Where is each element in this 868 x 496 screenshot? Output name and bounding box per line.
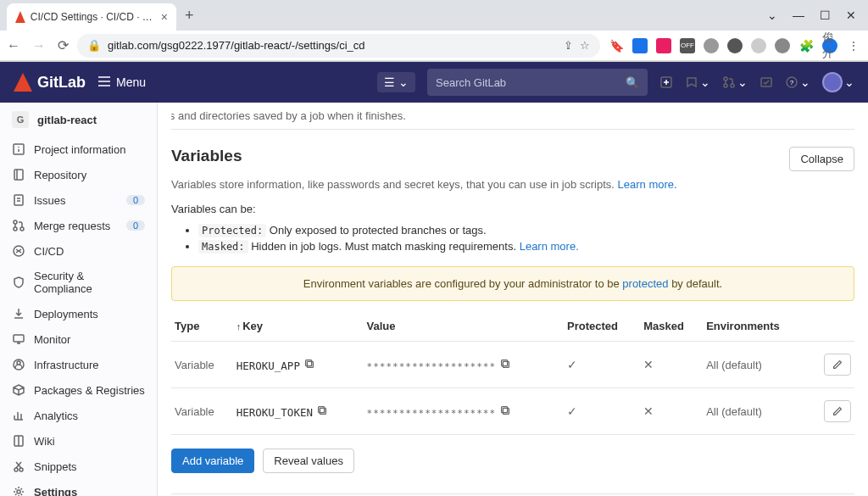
close-icon[interactable]: × <box>161 10 168 24</box>
table-row: VariableHEROKU_APP ******************** … <box>171 342 854 388</box>
svg-rect-14 <box>14 335 24 342</box>
cell-protected: ✓ <box>564 388 640 435</box>
svg-point-17 <box>14 468 18 471</box>
edit-button[interactable] <box>824 400 851 422</box>
todo-icon[interactable] <box>760 75 773 89</box>
svg-point-11 <box>14 227 17 231</box>
search-input[interactable] <box>436 76 626 89</box>
cell-masked: ✕ <box>640 342 703 388</box>
extension-icons: 🔖 OFF 🧩 俊介 ⋮ <box>609 38 861 53</box>
sidebar-item-infrastructure[interactable]: Infrastructure <box>0 352 157 377</box>
svg-rect-22 <box>503 361 509 367</box>
project-name: gitlab-react <box>37 114 97 126</box>
browser-tab[interactable]: CI/CD Settings · CI/CD · Settings × <box>7 3 176 31</box>
gitlab-logo-icon <box>14 73 32 92</box>
search-icon[interactable]: 🔍 <box>626 76 639 89</box>
svg-point-1 <box>724 77 727 81</box>
url-input[interactable]: 🔒 gitlab.com/gsg0222.1977/gitlab-react/-… <box>77 34 600 58</box>
merge-request-icon[interactable]: ⌄ <box>722 75 748 89</box>
svg-rect-23 <box>501 359 507 365</box>
copy-icon[interactable] <box>499 359 511 372</box>
env-var-alert: Environment variables are configured by … <box>171 266 854 301</box>
gitlab-brand-text: GitLab <box>37 74 86 92</box>
menu-button[interactable]: Menu <box>97 75 146 91</box>
sidebar-item-issues[interactable]: Issues0 <box>0 187 157 213</box>
variables-description: Variables store information, like passwo… <box>171 178 854 191</box>
cell-type: Variable <box>171 388 233 435</box>
learn-more-link[interactable]: Learn more. <box>520 240 579 253</box>
tab-bar: CI/CD Settings · CI/CD · Settings × + ⌄ … <box>0 0 868 31</box>
back-icon[interactable]: ← <box>7 38 20 53</box>
extension-icon[interactable] <box>656 38 671 53</box>
sidebar-item-wiki[interactable]: Wiki <box>0 428 157 454</box>
create-icon[interactable] <box>659 75 673 89</box>
copy-icon[interactable] <box>303 359 315 372</box>
collapse-button[interactable]: Collapse <box>789 147 854 171</box>
new-tab-button[interactable]: + <box>185 7 194 25</box>
forward-icon[interactable]: → <box>32 38 46 53</box>
sidebar-item-deployments[interactable]: Deployments <box>0 301 157 326</box>
profile-avatar[interactable]: 俊介 <box>822 38 837 53</box>
sidebar-item-cicd[interactable]: CI/CD <box>0 238 157 264</box>
kebab-menu-icon[interactable]: ⋮ <box>846 38 861 53</box>
th-key[interactable]: ↑Key <box>233 311 364 342</box>
edit-button[interactable] <box>824 354 851 376</box>
sidebar-project[interactable]: G gitlab-react <box>0 103 157 137</box>
sidebar-item-security[interactable]: Security & Compliance <box>0 264 157 301</box>
copy-icon[interactable] <box>499 406 511 419</box>
sidebar-item-snippets[interactable]: Snippets <box>0 454 157 479</box>
svg-rect-21 <box>305 359 311 365</box>
cell-env: All (default) <box>703 388 810 435</box>
svg-rect-25 <box>318 406 324 412</box>
reveal-values-button[interactable]: Reveal values <box>263 449 354 473</box>
cell-value: ******************** <box>364 342 564 388</box>
create-menu-button[interactable]: ☰ ⌄ <box>377 72 415 92</box>
lock-icon: 🔒 <box>87 39 101 52</box>
help-icon[interactable]: ? ⌄ <box>785 75 810 89</box>
extension-icon[interactable] <box>704 38 719 53</box>
cell-masked: ✕ <box>640 388 703 435</box>
minimize-icon[interactable]: — <box>793 8 804 22</box>
tab-title: CI/CD Settings · CI/CD · Settings <box>31 11 156 23</box>
sidebar-item-analytics[interactable]: Analytics <box>0 403 157 428</box>
svg-rect-8 <box>14 170 23 180</box>
copy-icon[interactable] <box>316 406 328 419</box>
share-icon[interactable]: ⇪ <box>564 39 573 52</box>
sidebar-item-project-information[interactable]: Project information <box>0 137 157 162</box>
sidebar-item-settings[interactable]: Settings <box>0 479 157 496</box>
bookmark-icon[interactable]: 🔖 <box>609 38 624 53</box>
sidebar-item-merge-requests[interactable]: Merge requests0 <box>0 213 157 238</box>
extensions-menu-icon[interactable]: 🧩 <box>798 38 814 53</box>
chevron-down-icon[interactable]: ⌄ <box>767 8 777 22</box>
reload-icon[interactable]: ⟳ <box>58 37 69 53</box>
maximize-icon[interactable]: ☐ <box>820 8 831 22</box>
gitlab-logo[interactable]: GitLab <box>14 73 86 92</box>
variables-canbe: Variables can be: <box>171 203 854 215</box>
extension-icon[interactable]: OFF <box>680 38 695 53</box>
sidebar-item-packages[interactable]: Packages & Registries <box>0 377 157 403</box>
star-icon[interactable]: ☆ <box>580 39 590 52</box>
close-window-icon[interactable]: ✕ <box>846 8 856 22</box>
protected-link[interactable]: protected <box>622 277 668 290</box>
user-menu[interactable]: ⌄ <box>822 72 854 92</box>
issues-icon[interactable]: ⌄ <box>685 75 710 89</box>
menu-label: Menu <box>116 75 146 89</box>
extension-icon[interactable] <box>751 38 766 53</box>
extension-icon[interactable] <box>775 38 790 53</box>
main-content: A job artifact is an archive of files an… <box>158 103 868 496</box>
th-environments: Environments <box>703 311 810 342</box>
search-bar[interactable]: 🔍 <box>427 69 648 96</box>
sidebar-item-monitor[interactable]: Monitor <box>0 326 157 352</box>
add-variable-button[interactable]: Add variable <box>171 449 254 473</box>
th-type: Type <box>171 311 233 342</box>
extension-icon[interactable] <box>727 38 743 53</box>
check-icon: ✓ <box>567 358 577 371</box>
svg-text:?: ? <box>790 79 794 86</box>
extension-icon[interactable] <box>632 38 648 53</box>
sidebar-item-repository[interactable]: Repository <box>0 162 157 187</box>
chevron-down-icon: ⌄ <box>398 75 409 89</box>
user-avatar <box>822 72 843 92</box>
window-controls: ⌄ — ☐ ✕ <box>767 8 868 22</box>
svg-rect-9 <box>14 195 23 205</box>
learn-more-link[interactable]: Learn more. <box>618 178 677 191</box>
